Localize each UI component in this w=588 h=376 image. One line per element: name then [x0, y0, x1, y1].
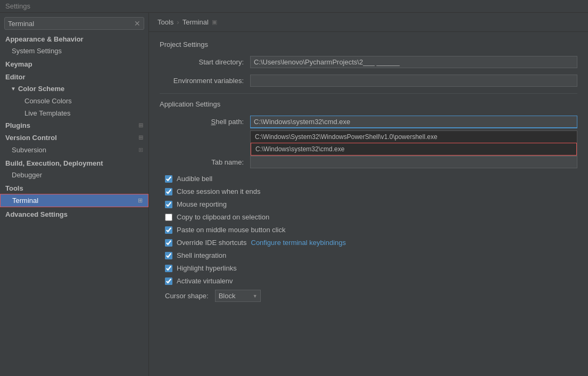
cursor-shape-row: Cursor shape: BlockUnderlineVertical [160, 290, 577, 302]
checkbox-label-highlight-hyperlinks: Highlight hyperlinks [177, 264, 237, 272]
breadcrumb-part1: Tools [158, 18, 173, 26]
content-body: Project Settings Start directory: Enviro… [149, 32, 588, 310]
checkbox-label-shell-integration: Shell integration [177, 251, 226, 259]
expand-icon: ⊞ [138, 122, 143, 129]
sidebar-item-editor[interactable]: Editor [0, 70, 148, 83]
sidebar-item-subversion[interactable]: Subversion ⊞ [0, 144, 148, 156]
checkbox-label-close-session: Close session when it ends [177, 187, 261, 195]
shell-path-option-cmd[interactable]: C:\Windows\system32\cmd.exe [251, 143, 577, 156]
sidebar-item-appearance[interactable]: Appearance & Behavior [0, 32, 148, 45]
env-vars-label: Environment variables: [160, 77, 250, 85]
breadcrumb-settings-icon: ▣ [212, 19, 217, 26]
checkbox-row-override-ide: Override IDE shortcutsConfigure terminal… [160, 239, 577, 247]
shell-path-dropdown-container: C:\Windows\System32\WindowsPowerShell\v1… [250, 116, 577, 128]
sidebar-item-version-control[interactable]: Version Control ⊞ [0, 132, 148, 144]
sidebar-search-input[interactable] [8, 20, 134, 28]
checkbox-audible-bell[interactable] [165, 175, 172, 183]
tab-name-row: Tab name: [160, 156, 577, 168]
checkbox-row-close-session: Close session when it ends [160, 187, 577, 195]
checkbox-label-activate-virtualenv: Activate virtualenv [177, 277, 233, 285]
checkbox-paste-middle[interactable] [165, 226, 172, 234]
checkbox-row-audible-bell: Audible bell [160, 175, 577, 183]
link-override-ide[interactable]: Configure terminal keybindings [251, 239, 346, 247]
application-settings-title: Application Settings [160, 100, 577, 108]
checkbox-label-audible-bell: Audible bell [177, 175, 212, 183]
terminal-expand-icon: ⊞ [138, 197, 143, 204]
start-directory-label-text: Start directory: [198, 58, 244, 66]
start-directory-label: Start directory: [160, 58, 250, 66]
start-directory-row: Start directory: [160, 56, 577, 68]
checkbox-label-override-ide: Override IDE shortcuts [177, 239, 247, 247]
shell-path-row: Shell path: C:\Windows\System32\WindowsP… [160, 116, 577, 128]
shell-path-label-text: S [211, 118, 216, 126]
checkbox-row-activate-virtualenv: Activate virtualenv [160, 277, 577, 285]
env-vars-row: Environment variables: [160, 75, 577, 87]
checkbox-label-copy-clipboard: Copy to clipboard on selection [177, 213, 269, 221]
checkbox-override-ide[interactable] [165, 239, 172, 247]
collapse-arrow-icon: ▼ [11, 86, 16, 92]
breadcrumb-arrow-icon: › [177, 18, 179, 26]
sidebar-item-live-templates[interactable]: Live Templates [5, 107, 148, 119]
sidebar-item-console-colors[interactable]: Console Colors [5, 95, 148, 107]
sidebar-item-advanced-settings[interactable]: Advanced Settings [0, 207, 148, 220]
shell-path-dropdown-list: C:\Windows\System32\WindowsPowerShell\v1… [250, 130, 577, 156]
checkbox-row-copy-clipboard: Copy to clipboard on selection [160, 213, 577, 221]
cursor-shape-select[interactable]: BlockUnderlineVertical [215, 290, 261, 302]
sidebar-item-color-scheme[interactable]: ▼ Color Scheme [5, 83, 148, 95]
sidebar-item-terminal[interactable]: Terminal ⊞ [0, 194, 148, 207]
content-header: Tools › Terminal ▣ [149, 13, 588, 32]
checkbox-highlight-hyperlinks[interactable] [165, 265, 172, 272]
subversion-expand-icon: ⊞ [138, 146, 143, 153]
divider-1 [160, 93, 577, 94]
checkbox-copy-clipboard[interactable] [165, 214, 172, 221]
shell-path-option-powershell[interactable]: C:\Windows\System32\WindowsPowerShell\v1… [251, 131, 577, 143]
sidebar: ✕ Appearance & Behavior System Settings … [0, 13, 149, 376]
breadcrumb-part2: Terminal [183, 18, 209, 26]
env-vars-label-text: Environment variables: [173, 77, 244, 85]
shell-path-label-rest: hell path: [216, 118, 244, 126]
expand-icon-vc: ⊞ [138, 134, 143, 141]
checkbox-row-shell-integration: Shell integration [160, 251, 577, 259]
tab-name-input[interactable] [250, 156, 577, 168]
checkbox-row-mouse-reporting: Mouse reporting [160, 200, 577, 208]
checkbox-row-highlight-hyperlinks: Highlight hyperlinks [160, 264, 577, 272]
start-directory-input[interactable] [250, 56, 577, 68]
checkbox-activate-virtualenv[interactable] [165, 277, 172, 285]
shell-path-input[interactable] [250, 116, 577, 128]
sidebar-item-debugger[interactable]: Debugger [0, 169, 148, 181]
content-area: Tools › Terminal ▣ Project Settings Star… [149, 13, 588, 376]
checkbox-row-paste-middle: Paste on middle mouse button click [160, 226, 577, 234]
sidebar-item-build[interactable]: Build, Execution, Deployment [0, 156, 148, 169]
clear-search-icon[interactable]: ✕ [134, 19, 140, 28]
checkbox-shell-integration[interactable] [165, 252, 172, 259]
checkbox-close-session[interactable] [165, 188, 172, 195]
sidebar-item-plugins[interactable]: Plugins ⊞ [0, 119, 148, 132]
checkbox-mouse-reporting[interactable] [165, 201, 172, 208]
title-bar: Settings [0, 0, 588, 13]
cursor-shape-label: Cursor shape: [165, 292, 209, 300]
sidebar-item-system-settings[interactable]: System Settings [0, 45, 148, 57]
cursor-shape-select-wrapper: BlockUnderlineVertical [215, 290, 261, 302]
sidebar-item-tools[interactable]: Tools [0, 181, 148, 194]
checkbox-label-mouse-reporting: Mouse reporting [177, 200, 227, 208]
project-settings-title: Project Settings [160, 40, 577, 48]
checkbox-label-paste-middle: Paste on middle mouse button click [177, 226, 286, 234]
title-text: Settings [5, 2, 30, 10]
tab-name-label: Tab name: [160, 158, 250, 166]
tab-name-label-text: Tab name: [211, 158, 244, 166]
env-vars-input[interactable] [250, 75, 577, 87]
sidebar-search-box[interactable]: ✕ [4, 17, 144, 30]
checkboxes-container: Audible bellClose session when it endsMo… [160, 175, 577, 285]
shell-path-label: Shell path: [160, 116, 250, 126]
sidebar-item-keymap[interactable]: Keymap [0, 57, 148, 70]
